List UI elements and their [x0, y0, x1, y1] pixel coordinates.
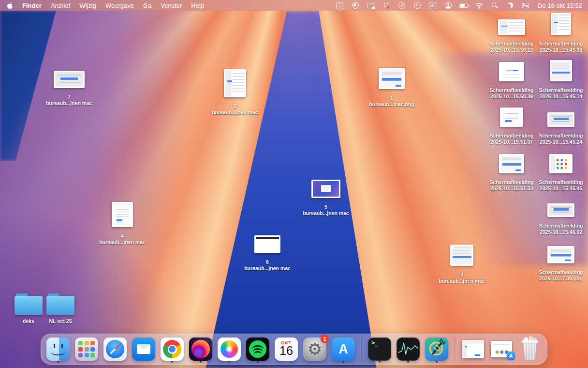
- menu-item-weergave[interactable]: Weergave: [105, 2, 134, 9]
- screenshot-file[interactable]: Schermafbeelding 2025-10...15.50.13: [485, 19, 539, 53]
- dock-chrome[interactable]: [160, 336, 185, 363]
- file-label: Schermafbeelding: [539, 269, 583, 276]
- file-label: Schermafbeelding: [489, 87, 533, 93]
- dock-calendar[interactable]: OKT 16: [274, 336, 299, 363]
- dock-photos[interactable]: [217, 336, 242, 363]
- display-mirroring-icon[interactable]: [366, 1, 375, 9]
- desktop-file-3[interactable]: 3 bureaub...jnen mac: [430, 245, 493, 284]
- file-label: Schermafbeelding: [539, 41, 583, 47]
- screenshot-file[interactable]: Schermafbeelding 2025-10...15.51.07: [485, 107, 539, 145]
- desktop-file-1[interactable]: 1 bureaub...mac.png: [360, 68, 423, 107]
- file-thumbnail: [379, 68, 405, 89]
- screenshot-file[interactable]: Schermafbeelding 2025-10...15.50.39: [485, 62, 539, 100]
- file-label: Schermafbeelding: [489, 179, 533, 185]
- file-label: 2025-10...15.45.14: [540, 93, 582, 100]
- dock-minimized-window[interactable]: [460, 336, 485, 363]
- dock-system-settings[interactable]: ⚙ 1: [302, 336, 327, 363]
- user-account-icon[interactable]: [443, 1, 453, 9]
- running-indicator: [407, 361, 409, 363]
- terminal-icon: >_: [368, 337, 391, 361]
- menu-item-ga[interactable]: Ga: [143, 2, 151, 9]
- screenshot-file[interactable]: Schermafbeelding 2025-10...7.30.png: [534, 246, 588, 282]
- folder-icon: [46, 293, 74, 315]
- app-updates-icon[interactable]: [382, 1, 391, 9]
- file-label: 2025-10...15.45.45: [540, 185, 582, 192]
- desktop-file-5[interactable]: 5 bureaub...jnen mac: [294, 180, 357, 216]
- input-source-letter: A: [429, 2, 436, 9]
- dock-safari[interactable]: [103, 336, 128, 363]
- file-label: 2025-10...15.46.02: [540, 229, 582, 235]
- file-label-number: 5: [324, 204, 327, 210]
- calendar-icon: OKT 16: [275, 337, 298, 361]
- file-thumbnail: [547, 246, 574, 263]
- screenshot-file[interactable]: Schermafbeelding 2025-10...15.51.33: [485, 154, 539, 192]
- file-label: 2025-10...15.45.24: [540, 139, 582, 145]
- calendar-day: 16: [275, 344, 298, 358]
- screenshot-file[interactable]: Schermafbeelding 2025-10...15.45.45: [534, 154, 588, 192]
- dock-terminal[interactable]: >_: [367, 336, 392, 363]
- wifi-icon[interactable]: [474, 1, 484, 9]
- running-indicator: [379, 361, 381, 363]
- file-label-number: 2: [234, 103, 236, 109]
- file-thumbnail: [547, 112, 574, 127]
- spotify-icon: [246, 337, 269, 361]
- menu-item-help[interactable]: Help: [191, 2, 204, 9]
- apple-menu[interactable]: [7, 2, 13, 9]
- dock-finder[interactable]: [45, 336, 71, 363]
- notification-badge: 1: [321, 335, 329, 343]
- dock-firefox[interactable]: [188, 336, 213, 363]
- desktop-file-2[interactable]: 2 bureaub...jnen mac: [204, 69, 266, 116]
- spotlight-search-icon[interactable]: [490, 1, 499, 9]
- keyboard-brightness-icon[interactable]: [335, 1, 344, 9]
- now-playing-icon[interactable]: [412, 1, 422, 9]
- screenshot-file[interactable]: Schermafbeelding 2025-10...15.45.14: [534, 60, 588, 100]
- desktop-folder-nl-oct-25[interactable]: NL oct 25: [35, 293, 86, 324]
- screenshot-file[interactable]: Schermafbeelding 2025-10...15.46.02: [534, 203, 588, 235]
- battery-icon[interactable]: [459, 1, 468, 9]
- running-indicator: [57, 361, 59, 363]
- screenshot-file[interactable]: Schermafbeelding 2025-10...15.45.24: [534, 112, 588, 145]
- file-label: Schermafbeelding: [539, 87, 583, 93]
- desktop-file-4[interactable]: 4 bureaub...jnen mac: [91, 202, 154, 245]
- file-label-name: bureaub...jnen mac: [244, 265, 291, 272]
- file-thumbnail: [311, 180, 340, 198]
- running-indicator: [171, 361, 173, 363]
- desktop-file-6[interactable]: 6 bureaub...jnen mac: [236, 235, 299, 272]
- launchpad-icon: [75, 337, 98, 361]
- dock-activity-monitor[interactable]: [396, 336, 421, 363]
- running-indicator: [228, 361, 230, 363]
- dock-trash[interactable]: [517, 336, 543, 363]
- input-source-icon[interactable]: A: [428, 1, 437, 9]
- dock-spotify[interactable]: [245, 336, 270, 363]
- desktop-file-7[interactable]: 7 bureaub...jnen mac: [38, 71, 101, 107]
- compass-icon[interactable]: [397, 1, 406, 9]
- dock-appcleaner[interactable]: [424, 336, 449, 363]
- dock: OKT 16 ⚙ 1 A >_: [41, 334, 547, 365]
- desktop: Finder Archief Wijzig Weergave Ga Venste…: [0, 0, 588, 368]
- lock-gauge-icon[interactable]: [351, 1, 360, 9]
- file-label-name: bureaub...mac.png: [369, 101, 414, 107]
- dock-minimized-window-appstore[interactable]: A: [489, 336, 514, 363]
- minimized-window-thumbnail: A: [491, 341, 512, 357]
- photos-icon: [218, 337, 241, 361]
- menu-item-wijzig[interactable]: Wijzig: [79, 2, 96, 9]
- file-thumbnail: [498, 19, 525, 35]
- dock-app-store[interactable]: A: [331, 336, 356, 363]
- dock-mail[interactable]: [131, 336, 156, 363]
- menu-item-venster[interactable]: Venster: [161, 2, 182, 9]
- file-label: Schermafbeelding: [489, 133, 533, 139]
- focus-moon-icon[interactable]: [505, 1, 514, 9]
- dock-launchpad[interactable]: [74, 336, 99, 363]
- file-label: 2025-10...15.51.07: [490, 139, 533, 145]
- file-label-number: 6: [266, 259, 269, 265]
- mail-icon: [132, 337, 155, 361]
- screenshot-file[interactable]: Schermafbeelding 2025-10...15.45.03: [534, 13, 588, 53]
- file-label-name: bureaub...jnen mac: [303, 210, 349, 216]
- file-label: 2025-10...15.51.33: [490, 185, 533, 192]
- file-label: 2025-10...15.50.13: [490, 47, 533, 53]
- menu-bar-clock[interactable]: Do 16 okt 15:52: [538, 2, 582, 9]
- menu-item-archief[interactable]: Archief: [51, 2, 70, 9]
- menu-item-finder[interactable]: Finder: [22, 2, 42, 9]
- file-label: Schermafbeelding: [489, 41, 533, 47]
- control-center-icon[interactable]: [521, 1, 530, 9]
